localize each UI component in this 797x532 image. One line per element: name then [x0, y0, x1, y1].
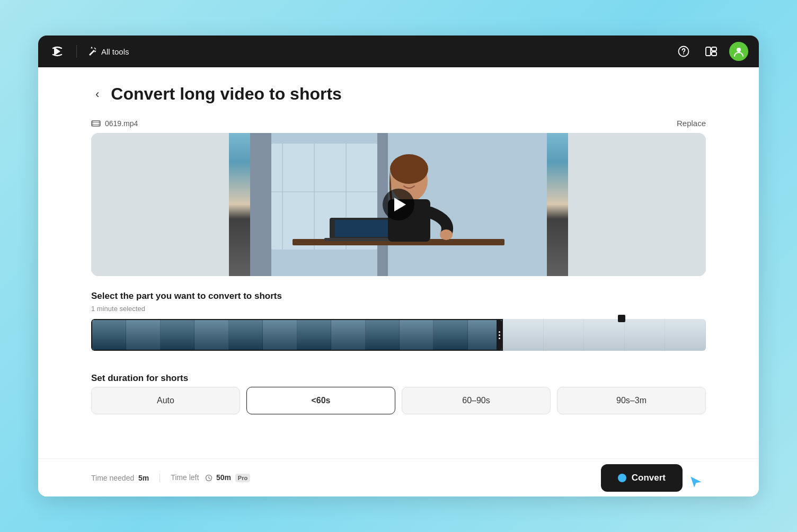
svg-rect-7: [92, 121, 93, 126]
footer-divider: [160, 474, 160, 482]
select-section: Select the part you want to convert to s…: [91, 291, 706, 313]
time-needed-value: 5m: [138, 474, 149, 482]
selected-duration: 1 minute selected: [91, 305, 706, 313]
duration-60-90s-button[interactable]: 60–90s: [402, 387, 551, 414]
timeline-right-handle[interactable]: [497, 320, 502, 350]
time-needed-label: Time needed 5m: [91, 474, 149, 482]
duration-section: Set duration for shorts Auto <60s 60–90s…: [91, 373, 706, 414]
svg-point-1: [683, 54, 684, 55]
svg-rect-8: [99, 121, 100, 126]
svg-point-5: [737, 48, 741, 52]
handle-dots: [499, 331, 500, 339]
svg-rect-22: [324, 238, 398, 241]
film-frame-2: [126, 320, 160, 350]
timeline-selected[interactable]: [91, 319, 503, 351]
cursor-icon: [687, 473, 706, 492]
svg-rect-3: [712, 47, 716, 51]
replace-button[interactable]: Replace: [677, 119, 706, 128]
question-icon: [678, 46, 689, 57]
film-frame-4: [194, 320, 228, 350]
navbar: All tools: [38, 36, 759, 67]
svg-rect-13: [282, 144, 283, 250]
timeline-handle-top[interactable]: [618, 315, 625, 322]
timeline-unselected: [503, 319, 706, 351]
film-icon: [91, 119, 101, 128]
film-frame-9: [366, 320, 400, 350]
timeline-container: [91, 319, 706, 357]
back-button[interactable]: ‹: [91, 85, 103, 103]
duration-section-label: Set duration for shorts: [91, 373, 706, 384]
file-name: 0619.mp4: [105, 119, 138, 128]
duration-90s-3m-button[interactable]: 90s–3m: [557, 387, 706, 414]
clock-icon: [205, 474, 212, 482]
video-preview: [91, 133, 706, 276]
navbar-right: [674, 42, 748, 61]
file-info: 0619.mp4 Replace: [91, 119, 706, 128]
layout-icon: [705, 47, 717, 56]
select-section-label: Select the part you want to convert to s…: [91, 291, 706, 302]
svg-rect-21: [335, 220, 388, 237]
all-tools-label: All tools: [101, 47, 129, 56]
svg-rect-14: [314, 144, 315, 250]
footer: Time needed 5m Time left 50m Pro Convert: [38, 458, 759, 496]
page-header: ‹ Convert long video to shorts: [91, 84, 706, 104]
svg-point-26: [440, 229, 453, 240]
svg-rect-16: [271, 191, 377, 192]
film-frame-7: [297, 320, 331, 350]
convert-button[interactable]: Convert: [601, 464, 683, 492]
wand-icon: [87, 47, 97, 56]
user-icon: [733, 46, 745, 57]
nav-divider: [76, 45, 77, 58]
help-button[interactable]: [674, 42, 693, 61]
duration-60s-button[interactable]: <60s: [246, 387, 395, 414]
film-frame-light-4: [625, 319, 666, 351]
file-name-row: 0619.mp4: [91, 119, 138, 128]
film-frame-8: [331, 320, 365, 350]
film-frame-light-2: [544, 319, 585, 351]
app-window: All tools: [38, 36, 759, 496]
pro-badge: Pro: [235, 474, 250, 482]
page-title: Convert long video to shorts: [111, 84, 342, 104]
film-frame-10: [400, 320, 433, 350]
film-frame-light-5: [665, 319, 706, 351]
film-frame-1: [92, 320, 126, 350]
cursor-arrow: [687, 473, 706, 494]
film-frame-light-1: [503, 319, 544, 351]
time-left-label: Time left 50m Pro: [171, 473, 250, 482]
convert-button-label: Convert: [632, 473, 666, 483]
video-side-right: [568, 133, 706, 276]
logo-icon[interactable]: [49, 43, 66, 60]
film-frame-5: [229, 320, 263, 350]
duration-buttons: Auto <60s 60–90s 90s–3m: [91, 387, 706, 414]
film-frame-3: [161, 320, 194, 350]
svg-rect-2: [706, 47, 711, 56]
play-button[interactable]: [383, 189, 414, 220]
film-frame-11: [433, 320, 467, 350]
all-tools-button[interactable]: All tools: [87, 47, 129, 56]
svg-point-24: [390, 154, 428, 184]
play-icon: [394, 198, 406, 211]
svg-rect-4: [712, 52, 716, 56]
film-frame-light-3: [584, 319, 625, 351]
avatar[interactable]: [729, 42, 748, 61]
film-frame-6: [263, 320, 297, 350]
navbar-left: All tools: [49, 43, 129, 60]
video-side-left: [91, 133, 229, 276]
timeline-strip: [91, 319, 706, 351]
time-left-value: 50m: [216, 473, 231, 482]
convert-dot-icon: [618, 474, 626, 482]
layout-button[interactable]: [702, 42, 721, 61]
main-content: ‹ Convert long video to shorts 0619.mp4 …: [38, 67, 759, 458]
duration-auto-button[interactable]: Auto: [91, 387, 240, 414]
footer-info: Time needed 5m Time left 50m Pro: [91, 473, 250, 482]
svg-rect-17: [250, 133, 271, 276]
